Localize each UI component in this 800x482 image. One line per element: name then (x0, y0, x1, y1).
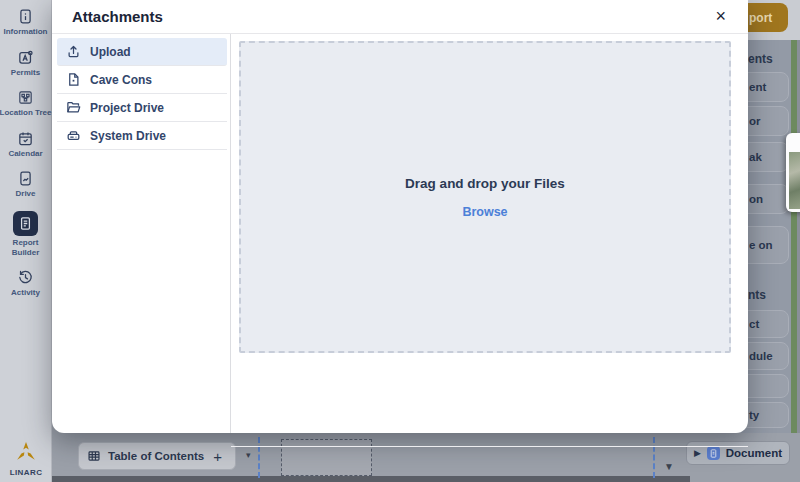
panel-card-label: dule (749, 349, 783, 363)
modal-content: Drag and drop your Files Browse (231, 34, 748, 433)
table-of-contents-button[interactable]: Table of Contents + (78, 442, 236, 470)
nav-item-cave-cons[interactable]: Cave Cons (57, 66, 227, 94)
panel-card-label: e on (749, 238, 783, 252)
browse-link[interactable]: Browse (462, 205, 507, 219)
sidebar-item-calendar[interactable]: Calendar (0, 130, 52, 159)
app-screen: port ents ent or ak on e on nts ct dule … (0, 0, 800, 482)
placeholder-block (281, 439, 372, 476)
panel-card-label: ct (749, 317, 783, 331)
image-thumbnail (789, 152, 800, 209)
sidebar-item-information[interactable]: Information (0, 8, 52, 37)
modal-title: Attachments (72, 8, 163, 25)
file-dropzone[interactable]: Drag and drop your Files Browse (239, 41, 731, 353)
permits-icon (17, 49, 34, 66)
panel-card-label: ty (749, 408, 783, 422)
sidebar-item-location-tree[interactable]: Location Tree (0, 89, 52, 118)
linarc-logo: LINARC (0, 440, 52, 477)
panel-card-label: on (749, 192, 783, 206)
nav-item-label: Upload (90, 45, 131, 59)
modal-header: Attachments × (52, 0, 748, 34)
panel-card-label: ent (749, 80, 783, 94)
linarc-logo-icon (14, 440, 38, 463)
attachments-modal: Attachments × Upload Cave Cons (52, 0, 748, 433)
modal-body: Upload Cave Cons Project Drive (52, 34, 748, 433)
nav-item-project-drive[interactable]: Project Drive (57, 94, 227, 122)
plus-icon: + (213, 448, 222, 465)
nav-item-label: Cave Cons (90, 73, 152, 87)
close-icon[interactable]: × (715, 5, 726, 27)
calendar-icon (17, 130, 34, 147)
activity-icon (17, 269, 34, 286)
drive-icon (17, 170, 34, 187)
table-icon (87, 449, 101, 463)
nav-item-label: Project Drive (90, 101, 164, 115)
document-label: Document (726, 447, 782, 459)
information-icon (17, 8, 34, 25)
margin-guide-line (653, 437, 655, 478)
editor-bottom-edge (52, 476, 690, 482)
file-icon (66, 72, 81, 87)
sidebar-item-report-builder[interactable]: Report Builder (0, 211, 52, 257)
panel-section-heading: nts (748, 288, 766, 302)
modal-footer-divider (231, 446, 748, 447)
nav-item-label: System Drive (90, 129, 166, 143)
scroll-down-icon[interactable]: ▼ (664, 461, 674, 472)
document-icon (707, 446, 720, 460)
report-builder-icon (13, 211, 38, 236)
sidebar-item-permits[interactable]: Permits (0, 49, 52, 78)
panel-card-label: or (749, 114, 783, 128)
image-preview-card (786, 133, 800, 212)
margin-guide-line (258, 437, 260, 478)
sidebar-item-drive[interactable]: Drive (0, 170, 52, 199)
chevron-down-icon[interactable]: ▾ (246, 450, 251, 460)
expand-arrow-icon: ▶ (694, 448, 701, 458)
hard-drive-icon (66, 128, 81, 143)
toc-label: Table of Contents (108, 450, 204, 462)
panel-card-label: ak (749, 150, 783, 164)
dropzone-title: Drag and drop your Files (405, 176, 565, 191)
upload-icon (66, 44, 81, 59)
main-sidebar: Information Permits Location Tree Calend… (0, 0, 52, 482)
nav-item-system-drive[interactable]: System Drive (57, 122, 227, 150)
sidebar-item-activity[interactable]: Activity (0, 269, 52, 298)
panel-section-heading: ents (748, 52, 773, 66)
location-tree-icon (17, 89, 34, 106)
nav-item-upload[interactable]: Upload (57, 38, 227, 66)
report-action-label: port (749, 11, 772, 25)
folder-icon (66, 100, 81, 115)
document-button[interactable]: ▶ Document (686, 441, 790, 465)
linarc-logo-text: LINARC (0, 468, 52, 477)
attachment-source-nav: Upload Cave Cons Project Drive (52, 34, 231, 433)
